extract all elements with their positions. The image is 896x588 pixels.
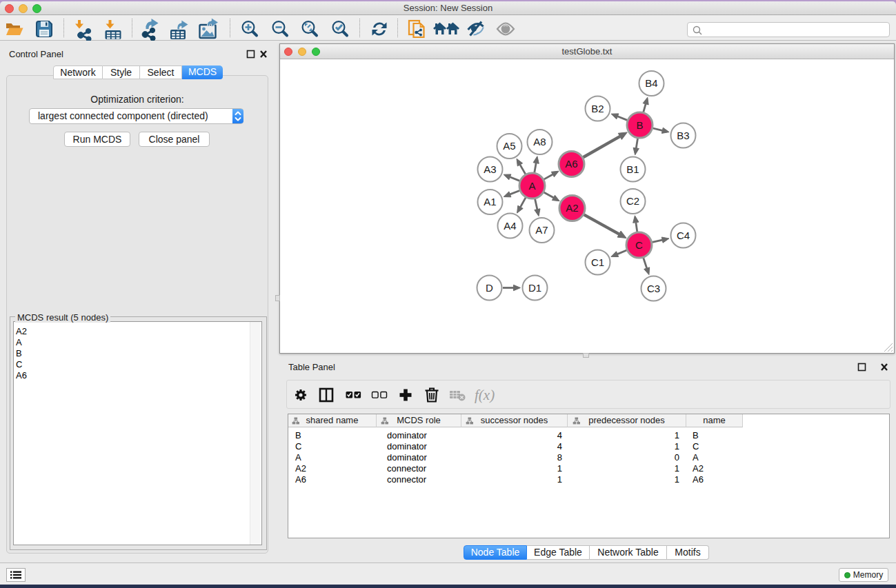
svg-text:B4: B4	[645, 77, 657, 89]
svg-text:D: D	[486, 282, 493, 294]
svg-text:A8: A8	[533, 136, 546, 148]
svg-text:A6: A6	[565, 158, 577, 170]
svg-text:B3: B3	[677, 130, 689, 141]
svg-text:A7: A7	[535, 224, 548, 236]
svg-text:A: A	[528, 180, 535, 192]
svg-text:C1: C1	[591, 256, 604, 268]
svg-text:f(x): f(x)	[475, 387, 495, 403]
svg-text:A5: A5	[503, 140, 515, 152]
svg-text:A3: A3	[484, 163, 496, 175]
svg-text:C2: C2	[626, 195, 639, 207]
svg-text:B1: B1	[626, 163, 639, 175]
svg-text:B: B	[636, 119, 643, 131]
svg-text:A2: A2	[566, 202, 578, 214]
svg-text:C: C	[635, 239, 643, 251]
svg-text:C4: C4	[677, 230, 690, 241]
svg-text:B2: B2	[591, 103, 604, 114]
svg-text:A1: A1	[484, 196, 496, 207]
svg-text:A4: A4	[504, 220, 516, 232]
svg-text:C3: C3	[647, 283, 660, 294]
svg-text:D1: D1	[528, 282, 541, 294]
